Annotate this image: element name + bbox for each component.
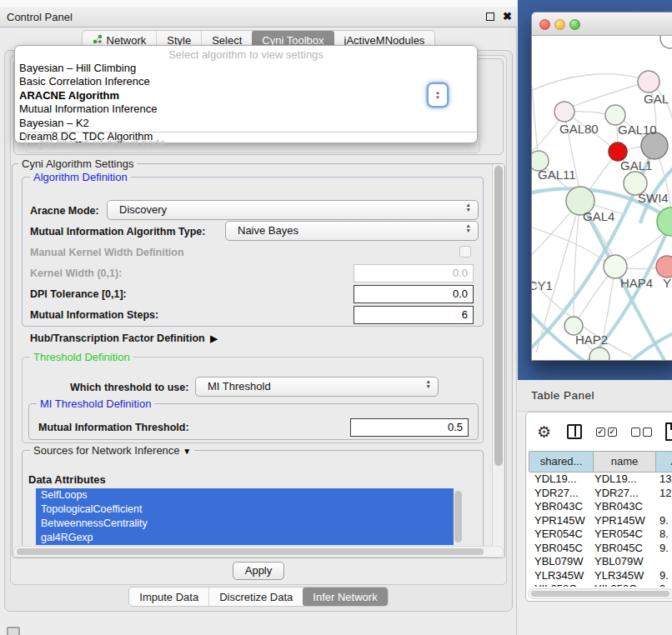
- checked-box-icon: ✓: [596, 428, 605, 437]
- network-node[interactable]: [638, 71, 659, 92]
- network-node[interactable]: [589, 348, 609, 361]
- aracne-mode-combo[interactable]: Discovery ▲▼: [107, 200, 479, 220]
- table-horizontal-scrollbar[interactable]: [528, 588, 672, 599]
- list-item[interactable]: SelfLoops: [36, 488, 454, 502]
- table-cell[interactable]: YIL052C: [591, 582, 656, 587]
- table-cell[interactable]: YBL079W: [591, 555, 656, 569]
- mi-steps-field[interactable]: 6: [354, 306, 474, 324]
- table-row[interactable]: YBR043CYBR043C: [529, 500, 672, 514]
- close-button[interactable]: [539, 19, 550, 30]
- table-row[interactable]: YER054CYER054C8.: [529, 528, 672, 542]
- list-scroll-thumb[interactable]: [454, 491, 462, 542]
- mi-type-combo[interactable]: Naive Bayes ▲▼: [225, 221, 479, 241]
- table-cell[interactable]: YDR27...: [591, 487, 656, 501]
- table-cell[interactable]: YPR145W: [529, 514, 591, 528]
- table-cell[interactable]: YDL19...: [591, 472, 656, 487]
- sources-title: Sources for Network Inference: [33, 444, 180, 457]
- column-header-partial[interactable]: A: [655, 452, 672, 472]
- tab-discretize-data[interactable]: Discretize Data: [208, 588, 303, 606]
- table-cell[interactable]: YBR045C: [529, 542, 591, 556]
- aracne-mode-label: Aracne Mode:: [30, 205, 99, 217]
- network-edge[interactable]: [532, 74, 649, 94]
- table-cell[interactable]: [656, 500, 672, 514]
- table-cell[interactable]: YER054C: [529, 528, 591, 542]
- table-cell[interactable]: YDR27...: [529, 487, 591, 501]
- table-row[interactable]: YDR27...YDR27...12: [529, 487, 672, 501]
- network-view-window[interactable]: GALGAL80GAL10GAL1GAL11SWI4GAL4GCY1HAP4YH…: [531, 12, 672, 361]
- close-icon[interactable]: ✖: [503, 10, 512, 22]
- float-window-icon[interactable]: [486, 12, 494, 21]
- column-header-name[interactable]: name: [593, 452, 656, 472]
- dropdown-item-selected[interactable]: ARACNE Algorithm: [15, 89, 477, 102]
- table-cell[interactable]: 9.: [656, 569, 672, 583]
- which-threshold-combo[interactable]: MI Threshold ▲▼: [195, 377, 439, 397]
- dropdown-item[interactable]: Basic Correlation Inference: [15, 75, 477, 88]
- table-row[interactable]: YPR145WYPR145W9.: [529, 514, 672, 528]
- page-icon[interactable]: [665, 422, 672, 441]
- select-none-icon[interactable]: [631, 428, 652, 437]
- table-row[interactable]: YLR345WYLR345W9.: [529, 569, 672, 583]
- tab-infer-network[interactable]: Infer Network: [303, 588, 387, 606]
- table-cell[interactable]: 9: [656, 582, 672, 587]
- list-item[interactable]: gal4RGexp: [36, 531, 454, 545]
- table-cell[interactable]: YLR345W: [529, 569, 591, 583]
- table-cell[interactable]: YBL079W: [529, 555, 591, 569]
- mi-threshold-label: Mutual Information Threshold:: [38, 422, 189, 433]
- table-cell[interactable]: 9.: [656, 542, 672, 556]
- dpi-tolerance-field[interactable]: 0.0: [354, 285, 474, 303]
- network-node[interactable]: [656, 256, 672, 278]
- mi-threshold-field[interactable]: 0.5: [350, 418, 469, 437]
- split-columns-icon[interactable]: [567, 424, 582, 439]
- table-cell[interactable]: YIL052C: [529, 582, 591, 587]
- table-cell[interactable]: YLR345W: [591, 569, 656, 583]
- minimized-panel-icon[interactable]: [7, 627, 20, 635]
- settings-horizontal-scrollbar[interactable]: [13, 546, 504, 558]
- table-row[interactable]: YDL19...YDL19...13: [529, 472, 672, 487]
- table-cell[interactable]: YDL19...: [529, 472, 591, 487]
- manual-kernel-checkbox[interactable]: [459, 246, 471, 258]
- table-cell[interactable]: YBR043C: [529, 500, 591, 514]
- table-cell[interactable]: YPR145W: [591, 514, 656, 528]
- table-scroll-thumb[interactable]: [531, 591, 669, 597]
- dropdown-item[interactable]: Bayesian – K2: [15, 117, 477, 130]
- table-cell[interactable]: YER054C: [591, 528, 656, 542]
- aracne-mode-value: Discovery: [119, 203, 167, 216]
- settings-vertical-scrollbar[interactable]: [492, 164, 504, 558]
- select-all-icon[interactable]: ✓ ✓: [596, 428, 617, 437]
- network-window-titlebar[interactable]: [532, 12, 672, 36]
- list-item[interactable]: BetweennessCentrality: [36, 517, 454, 531]
- apply-button[interactable]: Apply: [233, 562, 285, 580]
- settings-gear-icon[interactable]: ⚙: [537, 422, 551, 442]
- sources-expander[interactable]: Sources for Network Inference ▼: [30, 444, 194, 457]
- data-attributes-label: Data Attributes: [28, 473, 106, 486]
- table-cell[interactable]: 9.: [656, 514, 672, 528]
- table-cell[interactable]: [656, 555, 672, 569]
- table-row[interactable]: YIL052CYIL052C9: [529, 582, 672, 587]
- list-item[interactable]: TopologicalCoefficient: [36, 502, 454, 517]
- kernel-width-field[interactable]: 0.0: [354, 264, 474, 282]
- network-node[interactable]: [554, 102, 574, 122]
- minimize-button[interactable]: [554, 19, 565, 30]
- table-cell[interactable]: 8.: [656, 528, 672, 542]
- hub-definition-label: Hub/Transcription Factor Definition: [30, 332, 205, 344]
- table-cell[interactable]: YBR045C: [591, 542, 656, 556]
- focused-combo-fragment[interactable]: ▲▼: [429, 84, 447, 106]
- horizontal-scroll-thumb[interactable]: [17, 548, 484, 555]
- table-cell[interactable]: 12: [656, 487, 672, 501]
- dropdown-item[interactable]: Mutual Information Inference: [15, 102, 477, 116]
- table-select-combo[interactable]: gal-filtered.sif default node: [25, 132, 480, 153]
- network-edge[interactable]: [572, 82, 649, 107]
- zoom-button[interactable]: [569, 19, 580, 30]
- network-node[interactable]: [604, 255, 627, 278]
- tab-impute-data[interactable]: Impute Data: [129, 588, 208, 606]
- table-cell[interactable]: 13: [656, 472, 672, 487]
- dropdown-item[interactable]: Bayesian – Hill Climbing: [15, 62, 477, 75]
- column-header-shared-name[interactable]: shared...: [529, 452, 594, 472]
- network-node[interactable]: [660, 36, 672, 48]
- table-cell[interactable]: YBR043C: [591, 500, 656, 514]
- table-row[interactable]: YBR045CYBR045C9.: [529, 542, 672, 556]
- settings-scroll-thumb[interactable]: [494, 166, 503, 466]
- network-canvas[interactable]: GALGAL80GAL10GAL1GAL11SWI4GAL4GCY1HAP4YH…: [532, 36, 672, 361]
- hub-definition-expander[interactable]: Hub/Transcription Factor Definition ▶: [30, 332, 218, 344]
- table-row[interactable]: YBL079WYBL079W: [529, 555, 672, 569]
